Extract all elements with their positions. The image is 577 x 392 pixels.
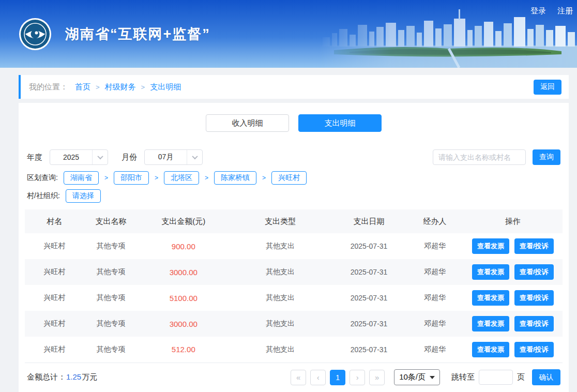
chevron-right-icon: > [262, 174, 266, 182]
org-select-button[interactable]: 请选择 [66, 189, 101, 203]
cell-date: 2025-07-31 [331, 285, 407, 311]
region-city-button[interactable]: 邵阳市 [114, 171, 149, 185]
region-district-button[interactable]: 北塔区 [164, 171, 199, 185]
detail-tabs: 收入明细 支出明细 [25, 114, 563, 132]
table-row: 兴旺村 其他专项 3000.00 其他支出 2025-07-31 邓超华 查看发… [25, 311, 563, 337]
region-village-button[interactable]: 兴旺村 [271, 171, 307, 185]
back-button[interactable]: 返回 [534, 80, 561, 95]
tab-income-detail[interactable]: 收入明细 [206, 114, 289, 132]
cell-date: 2025-07-31 [331, 233, 407, 259]
year-select[interactable]: 2025 [50, 149, 108, 165]
cell-operator: 邓超华 [406, 311, 463, 337]
cell-actions: 查看发票 查看/投诉 [463, 337, 563, 363]
cell-village: 兴旺村 [25, 233, 84, 259]
col-expense-type: 支出类型 [229, 209, 331, 233]
col-expense-name: 支出名称 [84, 209, 138, 233]
cell-amount: 512.00 [138, 337, 229, 363]
view-invoice-button[interactable]: 查看发票 [472, 290, 509, 306]
chevron-down-icon [92, 150, 108, 164]
main-panel: 收入明细 支出明细 年度 2025 月份 07月 查询 区划查询: 湖南省 > … [19, 103, 569, 392]
prev-page-button[interactable]: ‹ [310, 370, 326, 385]
total-value: 1.25 [66, 372, 82, 381]
chevron-right-icon: > [155, 174, 158, 182]
region-province-button[interactable]: 湖南省 [64, 171, 99, 185]
cell-amount: 900.00 [138, 233, 229, 259]
view-invoice-button[interactable]: 查看发票 [472, 342, 509, 357]
search-input[interactable] [433, 149, 526, 165]
cell-expense-type: 其他支出 [229, 311, 331, 337]
org-filter-row: 村/社组织: 请选择 [27, 189, 560, 203]
chevron-right-icon: > [104, 174, 108, 182]
col-actions: 操作 [463, 209, 563, 233]
cell-actions: 查看发票 查看/投诉 [463, 285, 563, 311]
view-complaint-button[interactable]: 查看/投诉 [514, 316, 554, 331]
cell-expense-name: 其他专项 [84, 233, 138, 259]
col-date: 支出日期 [331, 209, 407, 233]
view-invoice-button[interactable]: 查看发票 [472, 316, 509, 331]
total-label: 金额总计： [27, 372, 66, 381]
cell-actions: 查看发票 查看/投诉 [463, 259, 563, 285]
total-amount: 金额总计：1.25万元 [27, 372, 97, 382]
total-unit: 万元 [82, 372, 97, 381]
register-link[interactable]: 注册 [557, 6, 573, 16]
site-logo [19, 18, 52, 51]
expense-table: 村名 支出名称 支出金额(元) 支出类型 支出日期 经办人 操作 兴旺村 其他专… [25, 209, 563, 363]
cell-actions: 查看发票 查看/投诉 [463, 233, 563, 259]
cell-amount: 5100.00 [138, 285, 229, 311]
table-row: 兴旺村 其他专项 3000.00 其他支出 2025-07-31 邓超华 查看发… [25, 259, 563, 285]
table-body: 兴旺村 其他专项 900.00 其他支出 2025-07-31 邓超华 查看发票… [25, 233, 563, 363]
view-complaint-button[interactable]: 查看/投诉 [514, 342, 554, 357]
cell-date: 2025-07-31 [331, 259, 407, 285]
auth-links: 登录 注册 [530, 6, 573, 16]
region-label: 区划查询: [27, 173, 58, 183]
view-invoice-button[interactable]: 查看发票 [472, 238, 509, 254]
pagination: « ‹ 1 › » 10条/页 跳转至 页 确认 [291, 369, 560, 385]
breadcrumb-item-village-finance[interactable]: 村级财务 [105, 82, 136, 92]
login-link[interactable]: 登录 [530, 6, 546, 16]
month-label: 月份 [122, 153, 137, 162]
cell-expense-name: 其他专项 [84, 259, 138, 285]
year-select-value: 2025 [50, 150, 92, 164]
next-page-button[interactable]: › [350, 370, 365, 385]
cell-expense-type: 其他支出 [229, 259, 331, 285]
col-village: 村名 [25, 209, 84, 233]
cell-date: 2025-07-31 [331, 311, 407, 337]
tab-expense-detail[interactable]: 支出明细 [298, 114, 382, 132]
first-page-button[interactable]: « [291, 370, 306, 385]
view-complaint-button[interactable]: 查看/投诉 [514, 264, 554, 280]
query-button[interactable]: 查询 [533, 149, 560, 165]
year-label: 年度 [27, 153, 42, 162]
cell-expense-type: 其他支出 [229, 285, 331, 311]
cell-expense-name: 其他专项 [84, 337, 138, 363]
col-operator: 经办人 [406, 209, 463, 233]
cell-actions: 查看发票 查看/投诉 [463, 311, 563, 337]
view-complaint-button[interactable]: 查看/投诉 [514, 290, 554, 306]
breadcrumb-item-expense-detail[interactable]: 支出明细 [150, 82, 181, 92]
cell-village: 兴旺村 [25, 285, 84, 311]
last-page-button[interactable]: » [369, 370, 385, 385]
month-select-value: 07月 [145, 150, 187, 164]
table-row: 兴旺村 其他专项 512.00 其他支出 2025-07-31 邓超华 查看发票… [25, 337, 563, 363]
month-select[interactable]: 07月 [144, 149, 203, 165]
table-row: 兴旺村 其他专项 5100.00 其他支出 2025-07-31 邓超华 查看发… [25, 285, 563, 311]
org-label: 村/社组织: [27, 191, 60, 201]
cell-expense-type: 其他支出 [229, 233, 331, 259]
confirm-button[interactable]: 确认 [532, 369, 560, 385]
jump-page-input[interactable] [479, 370, 513, 385]
page-number-button[interactable]: 1 [330, 370, 345, 385]
cell-operator: 邓超华 [406, 285, 463, 311]
page-size-select[interactable]: 10条/页 [394, 369, 440, 385]
view-invoice-button[interactable]: 查看发票 [472, 264, 509, 280]
view-complaint-button[interactable]: 查看/投诉 [514, 238, 554, 254]
breadcrumb-separator-icon: > [141, 83, 145, 91]
cell-operator: 邓超华 [406, 259, 463, 285]
chevron-down-icon [187, 150, 202, 164]
caret-down-icon [430, 376, 435, 379]
breadcrumb-label: 我的位置： [29, 82, 68, 92]
breadcrumb-item-home[interactable]: 首页 [75, 82, 90, 92]
table-header-row: 村名 支出名称 支出金额(元) 支出类型 支出日期 经办人 操作 [25, 209, 563, 233]
col-amount: 支出金额(元) [138, 209, 229, 233]
region-town-button[interactable]: 陈家桥镇 [214, 171, 256, 185]
chevron-right-icon: > [205, 174, 208, 182]
page-unit-label: 页 [517, 372, 525, 382]
